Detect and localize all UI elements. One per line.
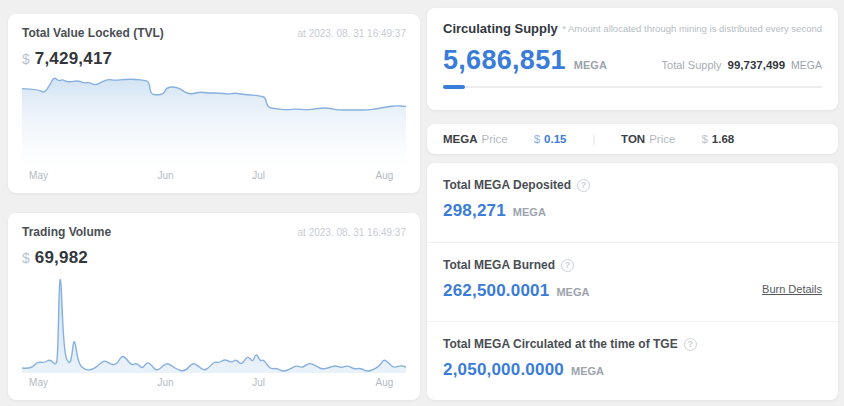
stat-label: Total MEGA Circulated at the time of TGE	[443, 337, 678, 351]
dollar-icon: $	[701, 133, 707, 145]
x-axis-label: Jun	[158, 377, 174, 388]
volume-area-path	[22, 280, 406, 373]
stat-total-deposited: Total MEGA Deposited ? 298,271 MEGA	[427, 163, 838, 242]
mega-unit-label: MEGA	[571, 365, 604, 377]
mega-unit-label: MEGA	[513, 206, 546, 218]
mining-note: * Amount allocated through mining is dis…	[562, 23, 822, 34]
supply-title: Circulating Supply	[443, 21, 558, 36]
tvl-card-header: Total Value Locked (TVL) at 2023. 08. 31…	[22, 26, 406, 40]
supply-value-row: 5,686,851 MEGA Total Supply 99,737,499 M…	[443, 45, 822, 76]
left-column: Total Value Locked (TVL) at 2023. 08. 31…	[8, 14, 420, 400]
total-supply-value: 99,737,499	[728, 59, 786, 71]
circulating-supply-card: Circulating Supply * Amount allocated th…	[427, 8, 838, 110]
mega-price: $ 0.15	[534, 133, 567, 145]
help-icon[interactable]: ?	[561, 259, 574, 272]
deposited-value: 298,271	[443, 201, 506, 221]
mega-price-amount: 0.15	[544, 133, 566, 145]
ton-price-amount: 1.68	[712, 133, 734, 145]
tvl-chart-svg	[22, 75, 406, 166]
help-icon[interactable]: ?	[684, 338, 697, 351]
stat-label: Total MEGA Burned	[443, 258, 555, 272]
volume-card-header: Trading Volume at 2023. 08. 31 16:49:37	[22, 225, 406, 239]
help-icon[interactable]: ?	[577, 179, 590, 192]
mega-token-label: MEGA	[443, 133, 478, 145]
x-axis-label: Jul	[252, 377, 265, 388]
volume-line-path	[22, 280, 406, 371]
ton-price: $ 1.68	[701, 133, 734, 145]
tvl-value: 7,429,417	[35, 49, 112, 69]
tvl-title: Total Value Locked (TVL)	[22, 26, 164, 40]
divider: |	[593, 134, 596, 145]
ton-token-label: TON	[621, 133, 645, 145]
trading-volume-card: Trading Volume at 2023. 08. 31 16:49:37 …	[8, 213, 420, 400]
stat-tge-circulated: Total MEGA Circulated at the time of TGE…	[427, 321, 838, 400]
supply-progress-track	[443, 86, 822, 88]
volume-value: 69,982	[35, 248, 88, 268]
x-axis-label: Jun	[158, 170, 174, 181]
mega-unit-label: MEGA	[556, 286, 589, 298]
burned-value: 262,500.0001	[443, 281, 549, 301]
burn-details-link[interactable]: Burn Details	[762, 283, 822, 295]
x-axis-label: May	[29, 377, 48, 388]
supply-progress-fill	[443, 85, 465, 89]
tvl-area-path	[22, 78, 406, 166]
volume-value-row: $ 69,982	[22, 248, 406, 268]
volume-x-axis: MayJunJulAug	[22, 375, 406, 390]
stat-total-burned: Total MEGA Burned ? 262,500.0001 MEGA Bu…	[427, 242, 838, 321]
volume-chart-svg	[22, 274, 406, 373]
currency-symbol: $	[22, 250, 30, 266]
price-bar: MEGA Price $ 0.15 | TON Price $ 1.68	[427, 124, 838, 154]
tvl-value-row: $ 7,429,417	[22, 49, 406, 69]
mega-stats-card: Total MEGA Deposited ? 298,271 MEGA Tota…	[427, 163, 838, 400]
total-supply: Total Supply 99,737,499 MEGA	[662, 59, 822, 71]
mega-unit-label: MEGA	[574, 59, 607, 71]
x-axis-label: Aug	[376, 170, 394, 181]
price-word: Price	[482, 133, 508, 145]
x-axis-label: May	[29, 170, 48, 181]
tvl-chart[interactable]	[22, 75, 406, 166]
circulating-supply-value: 5,686,851	[443, 45, 566, 76]
tvl-card: Total Value Locked (TVL) at 2023. 08. 31…	[8, 14, 420, 193]
right-column: Circulating Supply * Amount allocated th…	[427, 8, 838, 400]
supply-header: Circulating Supply * Amount allocated th…	[443, 21, 822, 36]
price-word: Price	[649, 133, 675, 145]
currency-symbol: $	[22, 51, 30, 67]
volume-title: Trading Volume	[22, 225, 111, 239]
dollar-icon: $	[534, 133, 540, 145]
x-axis-label: Aug	[376, 377, 394, 388]
mega-unit-label: MEGA	[791, 59, 822, 71]
stat-label: Total MEGA Deposited	[443, 178, 571, 192]
tvl-x-axis: MayJunJulAug	[22, 168, 406, 183]
x-axis-label: Jul	[252, 170, 265, 181]
tge-circulated-value: 2,050,000.0000	[443, 360, 564, 380]
volume-timestamp: at 2023. 08. 31 16:49:37	[298, 227, 406, 238]
total-supply-label: Total Supply	[662, 59, 722, 71]
volume-chart[interactable]	[22, 274, 406, 373]
tvl-timestamp: at 2023. 08. 31 16:49:37	[298, 28, 406, 39]
